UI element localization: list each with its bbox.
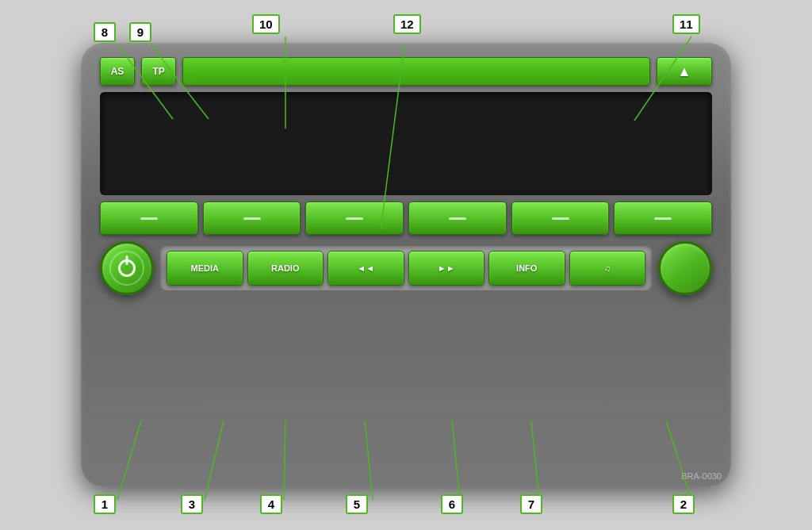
power-knob[interactable] (100, 241, 154, 295)
callout-5: 5 (346, 494, 368, 514)
preset-dash-2 (243, 217, 261, 220)
preset-button-5[interactable] (511, 202, 610, 235)
callout-6: 6 (441, 494, 463, 514)
tp-button[interactable]: TP (141, 57, 176, 86)
preset-row (100, 202, 712, 235)
controls-row: MEDIA RADIO ◄◄ ►► INFO ♫ (100, 241, 712, 295)
callout-1: 1 (94, 494, 116, 514)
watermark: BRA-0030 (681, 471, 722, 481)
callout-11: 11 (672, 14, 700, 34)
callout-7: 7 (520, 494, 542, 514)
preset-button-2[interactable] (203, 202, 301, 235)
callout-2: 2 (672, 494, 695, 514)
top-row: AS TP ▲ (100, 57, 712, 86)
display-screen (100, 92, 712, 195)
preset-dash-6 (654, 217, 672, 220)
preset-dash-1 (140, 217, 158, 220)
callout-9: 9 (129, 22, 151, 42)
preset-button-1[interactable] (100, 202, 198, 235)
radio-button[interactable]: RADIO (247, 251, 324, 286)
display-bar (182, 57, 650, 86)
unit-body: AS TP ▲ (81, 43, 731, 487)
callout-12: 12 (393, 14, 421, 34)
power-knob-ring (109, 251, 144, 286)
preset-dash-5 (552, 217, 569, 220)
preset-button-3[interactable] (305, 202, 404, 235)
volume-knob[interactable] (658, 241, 712, 295)
power-icon (118, 259, 136, 277)
radio-unit: AS TP ▲ (81, 43, 731, 487)
callout-10: 10 (252, 14, 280, 34)
diagram-container: AS TP ▲ (0, 0, 812, 530)
preset-dash-4 (449, 217, 466, 220)
info-button[interactable]: INFO (488, 251, 565, 286)
preset-button-4[interactable] (408, 202, 507, 235)
music-button[interactable]: ♫ (569, 251, 646, 286)
callout-4: 4 (260, 494, 282, 514)
media-button[interactable]: MEDIA (167, 251, 243, 286)
forward-button[interactable]: ►► (408, 251, 485, 286)
function-buttons-panel: MEDIA RADIO ◄◄ ►► INFO ♫ (160, 246, 652, 290)
as-button[interactable]: AS (100, 57, 135, 86)
callout-3: 3 (181, 494, 203, 514)
preset-button-6[interactable] (614, 202, 712, 235)
rewind-button[interactable]: ◄◄ (327, 251, 404, 286)
callout-8: 8 (94, 22, 116, 42)
preset-dash-3 (346, 217, 363, 220)
eject-button[interactable]: ▲ (657, 57, 712, 86)
